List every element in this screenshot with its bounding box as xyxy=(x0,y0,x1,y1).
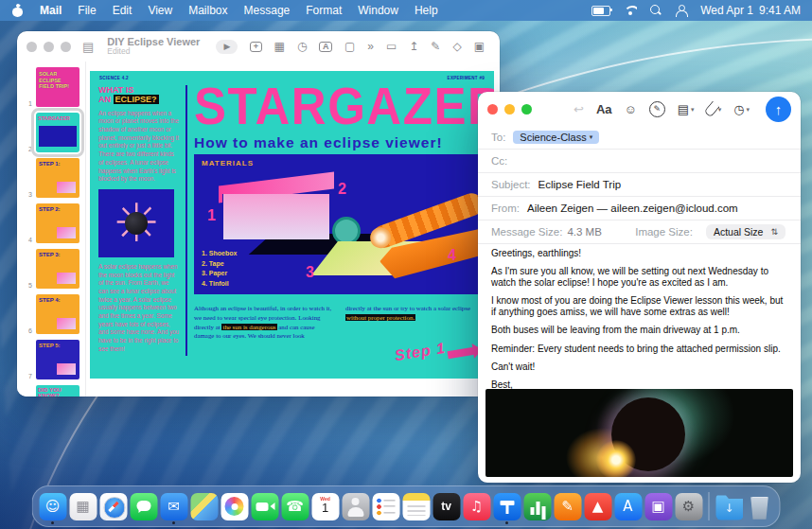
user-switch-icon[interactable] xyxy=(675,5,687,16)
cc-field[interactable]: Cc: xyxy=(478,150,801,173)
dock-safari-icon[interactable] xyxy=(99,488,128,524)
sidebar-toggle-icon[interactable]: ▤ xyxy=(82,40,94,54)
menu-bar-clock[interactable]: Wed Apr 1 9:41 AM xyxy=(700,4,801,17)
pages-titlebar[interactable]: ▤ DIY Eclipse Viewer Edited ▶+▦◷A▢»▭↥✎◇▣ xyxy=(17,31,500,62)
emoji-icon[interactable]: ☺ xyxy=(625,103,637,115)
wifi-icon[interactable] xyxy=(624,6,637,15)
page-number: 5 xyxy=(25,282,32,289)
menu-view[interactable]: View xyxy=(148,4,172,17)
mail-header-fields: To: Science-Class▾ Cc: Subject: Eclipse … xyxy=(478,126,801,244)
dock-apple-tv-icon[interactable]: tv xyxy=(432,488,461,524)
menu-message[interactable]: Message xyxy=(244,4,291,17)
materials-list-item: 2. Tape xyxy=(202,259,237,270)
thumbnail-label: STEP 4: xyxy=(36,294,79,306)
body-paragraph: As I'm sure you all know, we will be set… xyxy=(491,266,787,289)
dock-keynote-icon[interactable] xyxy=(493,488,521,524)
page-thumbnail-7[interactable]: 7STEP 5: xyxy=(17,337,85,382)
dock-notes-icon[interactable] xyxy=(402,488,431,524)
launchpad-app-icon: ▦ xyxy=(69,493,97,520)
dock-mail-icon[interactable]: ✉ xyxy=(160,488,188,524)
mail-toolbar[interactable]: ↩ Aa ☺ ✎ ▤▾ ▾ ◷▾ ↑ xyxy=(478,92,801,126)
send-button[interactable]: ↑ xyxy=(766,97,791,122)
format-button[interactable]: ✎ xyxy=(431,41,440,52)
page-thumbnail-2[interactable]: 2STARGAZER xyxy=(17,110,85,155)
eclipse-photo-attachment[interactable] xyxy=(485,389,793,477)
apple-menu-icon[interactable] xyxy=(12,5,24,17)
dock-reminders-icon[interactable] xyxy=(372,488,400,524)
music-app-icon: ♫ xyxy=(463,493,490,520)
doc-main-column: STARGAZER How to make an eclipse viewer!… xyxy=(194,71,494,379)
minimize-button[interactable] xyxy=(504,104,515,115)
message-body[interactable]: Greetings, earthlings!As I'm sure you al… xyxy=(491,248,787,409)
menu-bar: MailFileEditViewMailboxMessageFormatWind… xyxy=(0,0,812,21)
dock-calendar-icon[interactable]: Wed1 xyxy=(311,488,340,524)
inspector-button[interactable]: ▣ xyxy=(474,41,485,52)
dock-classroom-icon[interactable]: ▣ xyxy=(644,488,673,524)
format-text-icon[interactable]: Aa xyxy=(596,103,612,115)
dock-downloads-folder-icon[interactable]: ↓ xyxy=(715,488,744,524)
from-field[interactable]: From: Aileen Zeigen — aileen.zeigen@iclo… xyxy=(478,197,801,220)
page-thumbnail-4[interactable]: 4STEP 2: xyxy=(17,201,85,246)
undo-icon[interactable]: ↩ xyxy=(574,103,584,115)
dock-numbers-icon[interactable] xyxy=(523,488,552,524)
message-size-label: Message Size: xyxy=(491,226,562,238)
materials-callout-1: 1 xyxy=(207,207,216,224)
dock-app-store-icon[interactable]: A xyxy=(614,488,643,524)
page-thumbnail-6[interactable]: 6STEP 4: xyxy=(17,291,85,337)
phone-app-icon: ☎ xyxy=(281,493,309,520)
table-button[interactable]: ▦ xyxy=(274,41,285,52)
page-thumbnail-more[interactable]: DID YOU KNOW? xyxy=(17,382,85,397)
insert-button[interactable]: + xyxy=(250,42,261,52)
menu-edit[interactable]: Edit xyxy=(113,4,132,17)
menu-mailbox[interactable]: Mailbox xyxy=(188,4,227,17)
menu-mail[interactable]: Mail xyxy=(40,4,62,17)
dock-messages-icon[interactable] xyxy=(130,488,158,524)
zoom-button[interactable] xyxy=(61,42,71,52)
message-size-value: 4.3 MB xyxy=(567,226,601,238)
image-size-select[interactable]: Actual Size ⇅ xyxy=(706,224,786,239)
recipient-token[interactable]: Science-Class▾ xyxy=(513,131,599,144)
pages-title-block: DIY Eclipse Viewer Edited xyxy=(107,37,200,56)
overflow-button[interactable]: » xyxy=(367,41,374,52)
shape-button[interactable]: ▢ xyxy=(344,41,355,52)
close-button[interactable] xyxy=(487,104,498,115)
comment-button[interactable]: ▭ xyxy=(386,41,397,52)
spotlight-search-icon[interactable] xyxy=(650,5,662,16)
markup-icon[interactable]: ✎ xyxy=(649,101,665,117)
close-button[interactable] xyxy=(26,42,37,52)
minimize-button[interactable] xyxy=(44,42,54,52)
page-thumbnail-3[interactable]: 3STEP 1: xyxy=(17,155,85,201)
share-button[interactable]: ↥ xyxy=(409,41,418,52)
materials-list-item: 3. Paper xyxy=(202,269,237,279)
battery-icon[interactable] xyxy=(591,6,610,16)
page-thumbnail-5[interactable]: 5STEP 3: xyxy=(17,246,85,291)
subject-field[interactable]: Subject: Eclipse Field Trip xyxy=(478,173,801,197)
zoom-button[interactable] xyxy=(521,104,532,115)
dock-contacts-icon[interactable] xyxy=(342,488,370,524)
dock-music-icon[interactable]: ♫ xyxy=(463,488,491,524)
attach-dropdown[interactable]: ▾ xyxy=(707,102,722,116)
textbox-button[interactable]: A xyxy=(319,42,332,52)
dock-launchpad-icon[interactable]: ▦ xyxy=(69,488,97,524)
menu-format[interactable]: Format xyxy=(306,4,342,17)
dock-photos-icon[interactable] xyxy=(221,488,249,524)
media-button[interactable]: ◇ xyxy=(452,41,461,52)
page-thumbnail-1[interactable]: 1SOLAR ECLIPSE FIELD TRIP! xyxy=(17,64,85,110)
dock-phone-icon[interactable]: ☎ xyxy=(281,488,309,524)
dock-pages-icon[interactable]: ✎ xyxy=(554,488,582,524)
dock-maps-icon[interactable] xyxy=(190,488,219,524)
dock-schoolwork-icon[interactable]: ▲ xyxy=(584,488,612,524)
dock-finder-icon[interactable]: ☺ xyxy=(39,488,67,524)
to-field[interactable]: To: Science-Class▾ xyxy=(478,126,801,150)
present-button[interactable]: ▶ xyxy=(216,40,238,54)
menu-file[interactable]: File xyxy=(78,4,96,17)
dock-system-settings-icon[interactable]: ⚙ xyxy=(675,488,703,524)
chart-button[interactable]: ◷ xyxy=(297,41,307,52)
stationery-dropdown[interactable]: ▤▾ xyxy=(678,103,695,115)
dock-facetime-icon[interactable] xyxy=(251,488,279,524)
dock-trash-icon[interactable] xyxy=(746,488,774,524)
menu-window[interactable]: Window xyxy=(358,4,398,17)
menu-help[interactable]: Help xyxy=(415,4,438,17)
phone-glyph: ☎ xyxy=(286,500,304,514)
send-later-dropdown[interactable]: ◷▾ xyxy=(733,103,750,115)
